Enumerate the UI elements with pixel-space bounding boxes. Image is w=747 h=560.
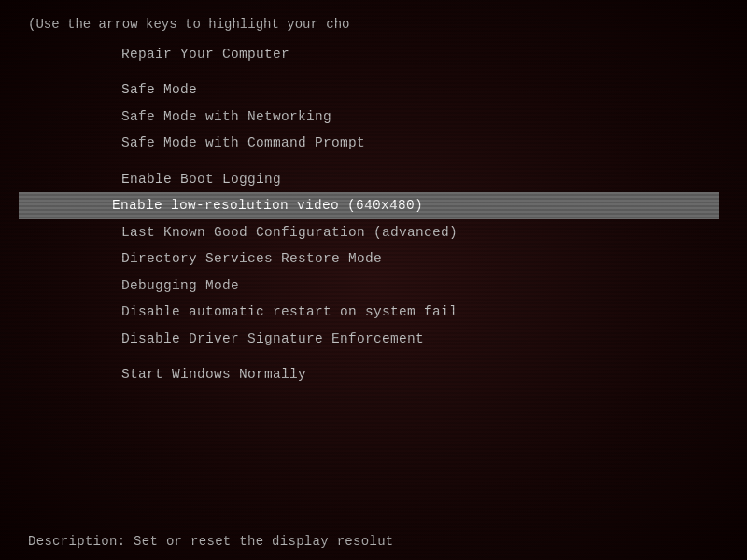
menu-item-start-normally[interactable]: Start Windows Normally — [28, 361, 719, 387]
top-note: (Use the arrow keys to highlight your ch… — [28, 17, 719, 32]
menu-item-disable-restart[interactable]: Disable automatic restart on system fail — [28, 299, 719, 325]
menu-item-directory[interactable]: Directory Services Restore Mode — [28, 245, 719, 272]
menu-item-safe-mode-cmd[interactable]: Safe Mode with Command Prompt — [28, 130, 719, 156]
description-text: Description: Set or reset the display re… — [28, 534, 719, 549]
boot-menu: Repair Your ComputerSafe ModeSafe Mode w… — [28, 41, 719, 388]
menu-item-safe-mode-network[interactable]: Safe Mode with Networking — [28, 104, 719, 130]
menu-item-disable-driver[interactable]: Disable Driver Signature Enforcement — [28, 326, 719, 352]
menu-item-safe-mode[interactable]: Safe Mode — [28, 77, 719, 103]
menu-item-last-known[interactable]: Last Known Good Configuration (advanced) — [28, 219, 719, 245]
menu-item-debugging[interactable]: Debugging Mode — [28, 273, 719, 299]
menu-item-repair[interactable]: Repair Your Computer — [28, 41, 719, 67]
menu-item-enable-boot[interactable]: Enable Boot Logging — [28, 166, 719, 192]
menu-content: (Use the arrow keys to highlight your ch… — [0, 0, 747, 560]
bios-screen: (Use the arrow keys to highlight your ch… — [0, 0, 747, 560]
menu-item-enable-lowres[interactable]: Enable low-resolution video (640x480) — [19, 192, 719, 218]
